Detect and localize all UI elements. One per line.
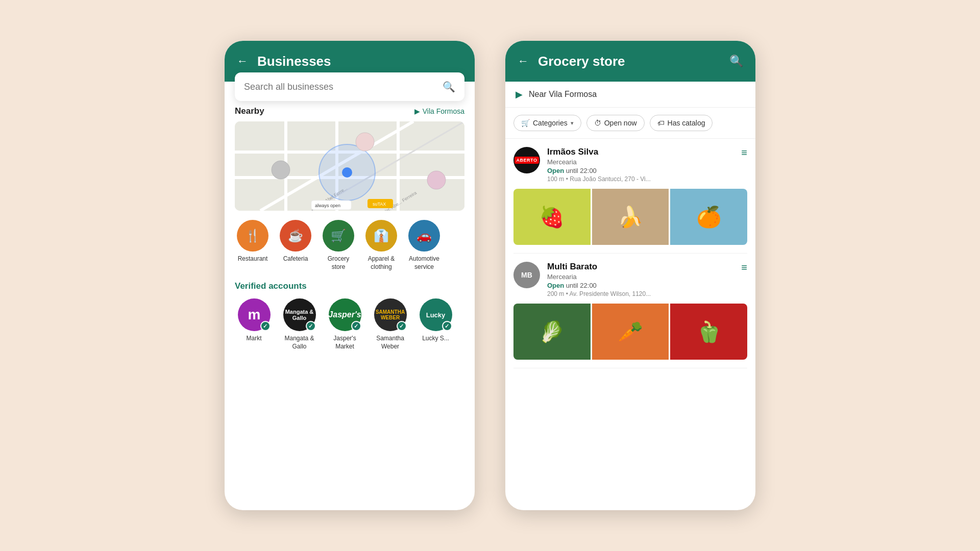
markt-name: Markt [247, 335, 262, 343]
left-content: Nearby ▶ Vila Formosa Av. Ver. [225, 106, 475, 350]
auto-icon: 🚗 [408, 220, 440, 252]
business-list: ABERTO Irmãos Silva Mercearia Open until… [505, 139, 755, 368]
restaurant-icon: 🍴 [237, 220, 268, 252]
right-back-button[interactable]: ← [518, 55, 529, 68]
irmaos-img-1: 🍓 [513, 189, 591, 245]
filter-row: 🛒 Categories ▾ ⏱ Open now 🏷 Has catalog [505, 108, 755, 139]
has-catalog-label: Has catalog [668, 119, 705, 127]
navigation-icon: ▶ [516, 89, 523, 100]
svg-point-17 [427, 171, 446, 189]
categories-cart-icon: 🛒 [521, 119, 530, 127]
irmaos-menu-icon[interactable]: ≡ [741, 147, 747, 159]
multibarato-type: Mercearia [547, 273, 734, 281]
grocery-icon: 🛒 [323, 220, 354, 252]
irmaos-img-2: 🍌 [592, 189, 669, 245]
irmaos-top: ABERTO Irmãos Silva Mercearia Open until… [513, 147, 747, 183]
location-text: Near Vila Formosa [529, 90, 597, 99]
jaspers-avatar: Jasper's ✓ [329, 298, 361, 331]
multibarato-info: Multi Barato Mercearia Open until 22:00 … [547, 262, 734, 297]
categories-label: Categories [533, 119, 568, 127]
open-now-label: Open now [604, 119, 637, 127]
category-restaurant[interactable]: 🍴 Restaurant [235, 220, 271, 271]
category-grocery[interactable]: 🛒 Grocery store [321, 220, 356, 271]
nearby-section-header: Nearby ▶ Vila Formosa [235, 106, 464, 116]
category-auto[interactable]: 🚗 Automotive service [406, 220, 442, 271]
grocery-label: Grocery store [321, 255, 356, 271]
multibarato-status: Open until 22:00 [547, 282, 734, 289]
multibarato-avatar: MB [513, 262, 540, 288]
irmaos-aberto-badge: ABERTO [514, 157, 540, 164]
svg-text:suTAX: suTAX [373, 202, 386, 207]
verified-mangata[interactable]: Mangata & Gallo ✓ Mangata & Gallo [280, 298, 318, 350]
multibarato-top: MB Multi Barato Mercearia Open until 22:… [513, 262, 747, 297]
category-cafeteria[interactable]: ☕ Cafeteria [278, 220, 313, 271]
irmaos-info: Irmãos Silva Mercearia Open until 22:00 … [547, 147, 734, 183]
categories-row: 🍴 Restaurant ☕ Cafeteria 🛒 Grocery store… [235, 220, 464, 271]
right-search-icon[interactable]: 🔍 [729, 55, 743, 68]
mangata-name: Mangata & Gallo [280, 335, 318, 350]
cafeteria-label: Cafeteria [283, 255, 308, 263]
samantha-avatar: SAMANTHA WEBER ✓ [374, 298, 407, 331]
filter-categories[interactable]: 🛒 Categories ▾ [513, 115, 581, 131]
multibarato-name: Multi Barato [547, 262, 734, 272]
samantha-name: Samantha Weber [371, 335, 409, 350]
multibarato-img-3: 🫑 [670, 304, 747, 360]
multibarato-avatar-text: MB [521, 271, 532, 279]
lucky-check-icon: ✓ [442, 321, 452, 331]
nearby-label: Nearby [235, 106, 264, 116]
search-bar-container: 🔍 [225, 72, 475, 101]
multibarato-img-2: 🥕 [592, 304, 669, 360]
markt-avatar: m ✓ [238, 298, 271, 331]
irmaos-type: Mercearia [547, 158, 734, 166]
auto-label: Automotive service [406, 255, 442, 271]
right-page-title: Grocery store [538, 54, 720, 69]
verified-jaspers[interactable]: Jasper's ✓ Jasper's Market [326, 298, 364, 350]
irmaos-address: 100 m • Rua João Santucci, 270 - Vi... [547, 176, 734, 183]
multibarato-images: 🥬 🥕 🫑 [513, 304, 747, 360]
category-apparel[interactable]: 👔 Apparel & clothing [363, 220, 399, 271]
search-icon: 🔍 [443, 81, 455, 93]
irmaos-open: Open [547, 167, 564, 174]
catalog-icon: 🏷 [657, 119, 665, 127]
back-button[interactable]: ← [237, 55, 248, 68]
svg-point-13 [356, 133, 374, 151]
location-icon: ▶ [414, 107, 420, 115]
svg-point-11 [342, 167, 352, 178]
irmaos-avatar: ABERTO [513, 147, 540, 173]
mangata-check-icon: ✓ [306, 321, 316, 331]
filter-open-now[interactable]: ⏱ Open now [586, 115, 645, 131]
location-badge[interactable]: ▶ Vila Formosa [414, 107, 464, 115]
verified-markt[interactable]: m ✓ Markt [235, 298, 273, 350]
irmaos-name: Irmãos Silva [547, 147, 734, 157]
multibarato-menu-icon[interactable]: ≡ [741, 262, 747, 273]
chevron-down-icon: ▾ [571, 120, 574, 127]
verified-lucky[interactable]: Lucky ✓ Lucky S... [416, 298, 455, 350]
apparel-label: Apparel & clothing [363, 255, 399, 271]
jaspers-name: Jasper's Market [326, 335, 364, 350]
lucky-name: Lucky S... [422, 335, 449, 343]
cafeteria-icon: ☕ [280, 220, 311, 252]
irmaos-status: Open until 22:00 [547, 167, 734, 174]
verified-accounts-row: m ✓ Markt Mangata & Gallo ✓ Mangata & Ga… [235, 298, 464, 350]
location-text: Vila Formosa [423, 107, 464, 115]
svg-point-15 [272, 161, 290, 179]
location-bar[interactable]: ▶ Near Vila Formosa [505, 82, 755, 108]
search-input[interactable] [244, 82, 436, 92]
mangata-avatar: Mangata & Gallo ✓ [283, 298, 316, 331]
left-phone: ← Businesses 🔍 Nearby ▶ Vila Formosa [225, 41, 475, 510]
svg-text:always open: always open [315, 203, 340, 208]
filter-has-catalog[interactable]: 🏷 Has catalog [650, 115, 713, 131]
multibarato-img-1: 🥬 [513, 304, 591, 360]
verified-samantha[interactable]: SAMANTHA WEBER ✓ Samantha Weber [371, 298, 409, 350]
lucky-avatar: Lucky ✓ [420, 298, 452, 331]
page-title: Businesses [257, 54, 462, 69]
business-irmaos[interactable]: ABERTO Irmãos Silva Mercearia Open until… [513, 139, 747, 254]
business-multibarato[interactable]: MB Multi Barato Mercearia Open until 22:… [513, 254, 747, 368]
multibarato-open: Open [547, 282, 564, 289]
irmaos-hours: until 22:00 [564, 167, 597, 174]
samantha-check-icon: ✓ [397, 321, 407, 331]
map-area[interactable]: Av. Ver. Abel Ferre... Ver. Abe... Ferre… [235, 121, 464, 211]
search-bar[interactable]: 🔍 [235, 72, 464, 101]
right-phone: ← Grocery store 🔍 ▶ Near Vila Formosa 🛒 … [505, 41, 755, 510]
irmaos-images: 🍓 🍌 🍊 [513, 189, 747, 245]
